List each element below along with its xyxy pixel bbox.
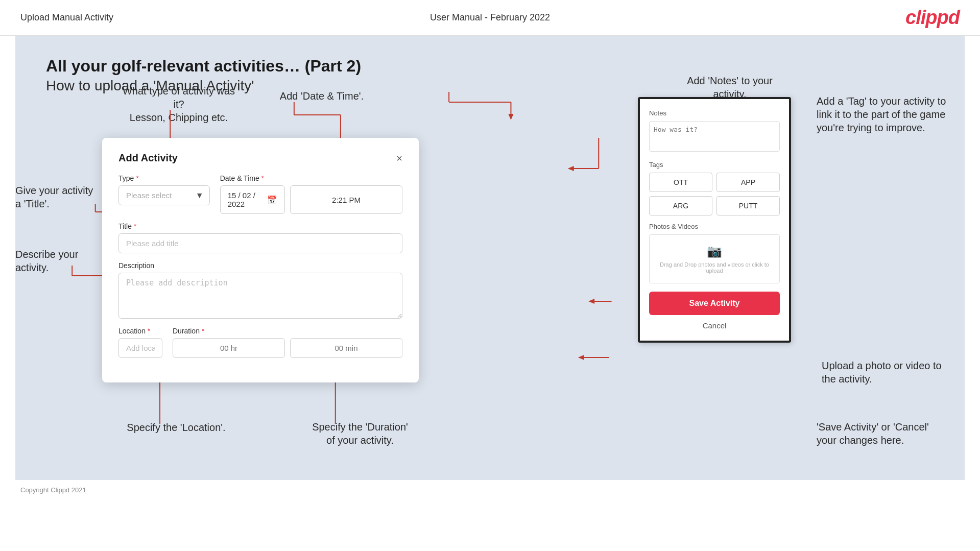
modal-header: Add Activity × — [118, 152, 402, 164]
phone-panel: Notes Tags OTT APP ARG PUTT Photos & Vid… — [638, 97, 791, 343]
date-input-wrapper[interactable]: 15 / 02 / 2022 📅 — [220, 185, 285, 214]
duration-group: Duration * — [173, 327, 402, 358]
tags-grid: OTT APP ARG PUTT — [649, 173, 780, 215]
svg-marker-24 — [508, 114, 513, 120]
date-value: 15 / 02 / 2022 — [228, 191, 264, 208]
description-label: Description — [118, 261, 402, 270]
clippd-logo: clippd — [905, 7, 960, 29]
description-group: Description — [118, 261, 402, 319]
annotation-give-title: Give your activity a 'Title'. — [15, 184, 97, 210]
notes-textarea[interactable] — [649, 121, 780, 152]
title-label: Title * — [118, 222, 402, 230]
location-input[interactable] — [118, 338, 162, 358]
svg-marker-31 — [578, 355, 584, 360]
type-select[interactable]: Please select — [118, 185, 210, 205]
annotation-upload: Upload a photo or video to the activity. — [822, 359, 949, 386]
location-group: Location * — [118, 327, 162, 358]
duration-min-input[interactable] — [290, 338, 402, 358]
form-row-type-datetime: Type * Please select ▼ Date & Time * — [118, 174, 402, 214]
location-required: * — [148, 327, 150, 335]
datetime-group: Date & Time * 15 / 02 / 2022 📅 — [220, 174, 402, 214]
duration-required: * — [202, 327, 204, 335]
photo-icon: 📷 — [707, 244, 722, 258]
photos-drop-zone[interactable]: 📷 Drag and Drop photos and videos or cli… — [649, 234, 780, 283]
tag-arg[interactable]: ARG — [649, 196, 712, 215]
form-row-location-duration: Location * Duration * — [118, 327, 402, 358]
duration-inputs — [173, 338, 402, 358]
modal-title: Add Activity — [118, 152, 178, 164]
photos-drop-text: Drag and Drop photos and videos or click… — [655, 261, 774, 274]
manual-title: User Manual - February 2022 — [430, 12, 550, 23]
annotation-location: Specify the 'Location'. — [117, 421, 235, 434]
copyright-text: Copyright Clippd 2021 — [20, 486, 86, 494]
title-input[interactable] — [118, 233, 402, 253]
main-content: All your golf-relevant activities… (Part… — [15, 36, 965, 480]
notes-section-label: Notes — [649, 109, 780, 117]
footer: Copyright Clippd 2021 — [0, 480, 980, 500]
page-breadcrumb: Upload Manual Activity — [20, 12, 113, 23]
page-title: All your golf-relevant activities… (Part… — [46, 56, 934, 76]
type-required: * — [136, 174, 138, 182]
annotation-duration: Specify the 'Duration' of your activity. — [291, 420, 429, 447]
time-input[interactable] — [290, 185, 402, 214]
svg-marker-27 — [568, 166, 574, 171]
date-time-inputs: 15 / 02 / 2022 📅 — [220, 185, 402, 214]
annotation-type: What type of activity was it? Lesson, Ch… — [117, 84, 240, 124]
svg-marker-29 — [588, 299, 594, 304]
annotation-save: 'Save Activity' or 'Cancel' your changes… — [817, 420, 949, 447]
calendar-icon[interactable]: 📅 — [267, 195, 277, 205]
datetime-label: Date & Time * — [220, 174, 402, 182]
tag-putt[interactable]: PUTT — [716, 196, 780, 215]
tag-ott[interactable]: OTT — [649, 173, 712, 192]
annotation-tags: Add a 'Tag' to your activity to link it … — [817, 94, 949, 134]
save-activity-button[interactable]: Save Activity — [649, 292, 780, 315]
description-textarea[interactable] — [118, 273, 402, 319]
modal-close-button[interactable]: × — [396, 153, 402, 163]
top-bar: Upload Manual Activity User Manual - Feb… — [0, 0, 980, 36]
add-activity-modal: Add Activity × Type * Please select ▼ — [102, 138, 419, 382]
type-select-wrapper[interactable]: Please select ▼ — [118, 185, 210, 205]
photos-label: Photos & Videos — [649, 223, 780, 230]
type-group: Type * Please select ▼ — [118, 174, 210, 214]
cancel-button[interactable]: Cancel — [649, 321, 780, 330]
form-row-title: Title * — [118, 222, 402, 253]
annotation-datetime: Add 'Date & Time'. — [271, 89, 373, 103]
tags-label: Tags — [649, 161, 780, 169]
location-label: Location * — [118, 327, 162, 335]
type-label: Type * — [118, 174, 210, 182]
tag-app[interactable]: APP — [716, 173, 780, 192]
datetime-required: * — [261, 174, 264, 182]
title-required: * — [134, 222, 136, 230]
annotation-describe: Describe your activity. — [15, 248, 97, 274]
form-row-description: Description — [118, 261, 402, 319]
duration-hr-input[interactable] — [173, 338, 285, 358]
duration-label: Duration * — [173, 327, 402, 335]
title-group: Title * — [118, 222, 402, 253]
